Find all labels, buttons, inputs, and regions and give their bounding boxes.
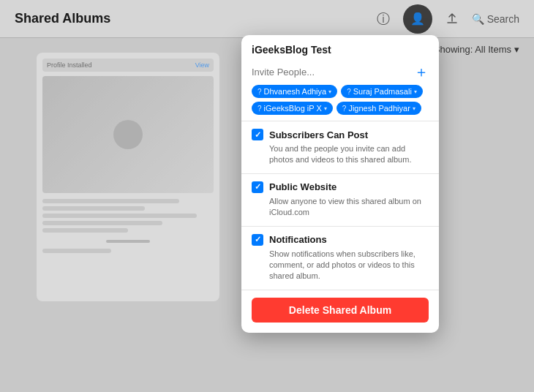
- page-title: Shared Albums: [15, 11, 110, 26]
- bg-card-image: [42, 76, 214, 193]
- option-public-website: ✓ Public Website Allow anyone to view th…: [241, 174, 439, 226]
- subscriber-tag[interactable]: ? iGeeksBlog iP X ▾: [252, 102, 333, 115]
- popover-arrow: [332, 35, 348, 36]
- toolbar: Shared Albums ⓘ 👤 🔍 Search: [0, 0, 534, 38]
- subscriber-name: Jignesh Padhiyar: [348, 104, 410, 113]
- subscriber-tag[interactable]: ? Jignesh Padhiyar ▾: [336, 102, 421, 115]
- public-website-description: Allow anyone to view this shared album o…: [252, 196, 429, 219]
- option-subscribers-can-post: ✓ Subscribers Can Post You and the peopl…: [241, 121, 439, 173]
- delete-shared-album-button[interactable]: Delete Shared Album: [252, 298, 429, 323]
- subscribers-can-post-description: You and the people you invite can add ph…: [252, 143, 429, 166]
- subscribers-list: ? Dhvanesh Adhiya ▾ ? Suraj Padmasali ▾ …: [241, 85, 439, 121]
- info-button[interactable]: ⓘ: [372, 8, 394, 30]
- bg-avatar: [113, 120, 143, 149]
- background-card: Profile InstalledView: [37, 53, 219, 301]
- person-button[interactable]: 👤: [403, 4, 432, 34]
- subscriber-name: Dhvanesh Adhiya: [264, 87, 327, 96]
- option-notifications: ✓ Notifications Show notifications when …: [241, 227, 439, 290]
- invite-row: ＋: [241, 61, 439, 85]
- notifications-description: Show notifications when subscribers like…: [252, 249, 429, 282]
- upload-button[interactable]: [441, 8, 463, 30]
- person-icon: 👤: [410, 12, 425, 26]
- notifications-checkbox[interactable]: ✓: [252, 234, 263, 246]
- public-website-label: Public Website: [269, 181, 336, 192]
- public-website-checkbox[interactable]: ✓: [252, 181, 263, 193]
- subscribers-can-post-checkbox[interactable]: ✓: [252, 129, 263, 140]
- invite-people-input[interactable]: [252, 67, 408, 78]
- subscribers-can-post-label: Subscribers Can Post: [269, 129, 368, 140]
- showing-label: Showing: All Items: [434, 44, 511, 55]
- subscriber-name: iGeeksBlog iP X: [264, 104, 322, 113]
- notifications-label: Notifications: [269, 234, 327, 245]
- search-icon: 🔍: [472, 13, 484, 25]
- add-subscriber-button[interactable]: ＋: [414, 64, 429, 79]
- popover: iGeeksBlog Test ＋ ? Dhvanesh Adhiya ▾ ? …: [241, 35, 439, 333]
- showing-bar[interactable]: Showing: All Items ▾: [434, 44, 519, 55]
- subscriber-name: Suraj Padmasali: [353, 87, 412, 96]
- subscriber-tag[interactable]: ? Suraj Padmasali ▾: [341, 85, 423, 98]
- search-label: Search: [487, 13, 519, 25]
- chevron-down-icon: ▾: [514, 44, 519, 55]
- subscriber-tag[interactable]: ? Dhvanesh Adhiya ▾: [252, 85, 337, 98]
- bg-card-header: Profile InstalledView: [42, 59, 214, 72]
- search-area[interactable]: 🔍 Search: [472, 13, 519, 25]
- toolbar-icons: ⓘ 👤 🔍 Search: [372, 4, 519, 34]
- popover-title: iGeeksBlog Test: [241, 35, 439, 61]
- upload-icon: [445, 12, 459, 26]
- delete-button-area: Delete Shared Album: [241, 290, 439, 333]
- bg-card-lines: [42, 199, 214, 233]
